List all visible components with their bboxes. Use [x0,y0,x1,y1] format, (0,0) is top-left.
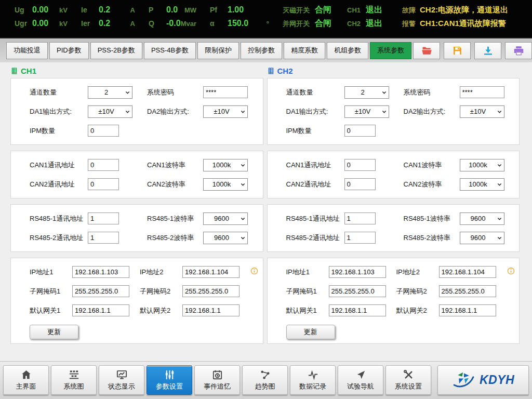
ip-address-1-input[interactable] [72,266,129,278]
can1-address-input[interactable] [344,159,376,171]
nav-test-navigation[interactable]: 试验导航 [338,365,383,395]
chevron-down-icon [240,181,246,187]
nav-system-diagram[interactable]: 系统图 [51,365,97,395]
rs485-2-baudrate-select[interactable]: 9600 [460,232,504,244]
brand-logo-button[interactable]: KDYH [437,365,529,395]
network-settings-group: IP地址1IP地址2子网掩码1子网掩码2默认网关1默认网关2更新 [10,258,263,344]
table-icon [10,67,18,75]
rs485-1-baudrate-select[interactable]: 9600 [460,212,504,225]
da1-output-mode-select[interactable]: ±10V [344,105,389,118]
nav-system-settings[interactable]: 系统设置 [385,365,431,395]
tab-accuracy-coeff[interactable]: 精度系数 [284,42,325,59]
rs485-2-address-label: RS485-2通讯地址 [286,233,344,243]
nav-data-record[interactable]: 数据记录 [290,365,336,395]
alert-value: CH1:CAN1通讯故障报警 [420,19,506,29]
tab-function-toggle[interactable]: 功能投退 [6,42,48,59]
export-button[interactable] [474,42,501,59]
can1-baudrate-select[interactable]: 1000k [460,159,504,171]
system-password-input[interactable] [460,86,504,98]
rs485-2-baudrate-select[interactable]: 9600 [203,232,248,244]
status-monitor-icon [116,369,128,381]
tab-limit-protection[interactable]: 限制保护 [197,42,239,59]
can1-address-input[interactable] [88,159,119,171]
nav-status-display[interactable]: 状态显示 [99,365,144,395]
ipm-count-input[interactable] [344,125,376,137]
can2-baudrate-select[interactable]: 1000k [203,178,248,191]
can2-address-input[interactable] [344,178,376,190]
download-icon [483,45,494,56]
can2-address-label: CAN2通讯地址 [286,180,344,189]
tab-system-params[interactable]: 系统参数 [370,42,411,59]
can1-baudrate-label: CAN1波特率 [147,161,203,170]
default-gateway-2-input[interactable] [182,304,240,316]
open-file-button[interactable] [413,42,440,59]
tab-bar: 功能投退PID参数PSS-2B参数PSS-4B参数限制保护控制参数精度系数机组参… [0,37,532,62]
subnet-mask-2-input[interactable] [182,285,240,297]
default-gateway-1-input[interactable] [72,304,129,316]
tab-pid-params[interactable]: PID参数 [49,42,89,59]
chevron-down-icon [125,89,130,95]
ip-address-1-input[interactable] [329,266,386,278]
rs485-1-address-input[interactable] [344,212,376,224]
tab-control-params[interactable]: 控制参数 [241,42,282,59]
form-row: RS485-1通讯地址RS485-1波特率9600 [30,209,259,228]
da2-output-mode-select[interactable]: ±10V [203,105,248,118]
form-row: CAN1通讯地址CAN1波特率1000k [286,155,515,175]
da1-output-mode-label: DA1输出方式: [30,107,88,116]
subnet-mask-1-input[interactable] [72,285,129,297]
nav-trend-chart[interactable]: 趋势图 [242,365,288,395]
chevron-down-icon [240,216,246,221]
metric-ugr: Ugr0.00kV [15,19,81,28]
rs485-2-address-input[interactable] [344,232,376,244]
save-button[interactable] [444,42,471,59]
ip-address-1-label: IP地址1 [30,268,72,277]
default-gateway-2-label: 默认网关2 [396,306,439,315]
can1-baudrate-select[interactable]: 1000k [203,159,248,171]
nav-event-recall[interactable]: 事件追忆 [194,365,240,395]
subnet-mask-2-input[interactable] [439,285,496,297]
channel-status-ch2: CH2退出 [347,18,402,29]
subnet-mask-2-label: 子网掩码2 [140,287,182,296]
channel-status-grid: CH1退出CH2退出 [347,3,402,30]
nav-main-screen[interactable]: 主界面 [3,365,49,395]
tab-pss2b-params[interactable]: PSS-2B参数 [90,42,142,59]
print-button[interactable] [505,42,532,59]
can2-baudrate-select[interactable]: 1000k [460,178,504,191]
channel-panel-ch1: CH1通道数量2系统密码DA1输出方式:±10VDA2输出方式:±10VIPM数… [10,65,263,350]
ipm-count-input[interactable] [88,125,119,137]
system-password-label: 系统密码 [147,88,203,97]
update-button[interactable]: 更新 [30,325,78,339]
da1-output-mode-select[interactable]: ±10V [88,105,132,118]
chevron-down-icon [381,89,387,95]
info-icon-button[interactable] [250,267,257,277]
channel-count-select[interactable]: 2 [88,86,132,99]
basic-settings-group: 通道数量2系统密码DA1输出方式:±10VDA2输出方式:±10VIPM数量 [267,78,520,145]
info-icon-button[interactable] [507,267,514,277]
default-gateway-2-label: 默认网关2 [140,306,182,315]
content: CH1通道数量2系统密码DA1输出方式:±10VDA2输出方式:±10VIPM数… [0,62,532,361]
trend-chart-icon [259,369,271,381]
rs485-1-baudrate-select[interactable]: 9600 [203,212,248,225]
metric-unit: A [130,6,149,14]
channel-count-select[interactable]: 2 [344,86,389,99]
subnet-mask-1-input[interactable] [329,285,386,297]
ip-address-2-input[interactable] [182,266,240,278]
rs485-1-address-input[interactable] [88,212,119,224]
nav-label: 参数设置 [156,382,183,391]
rs485-1-address-label: RS485-1通讯地址 [286,214,344,223]
default-gateway-2-input[interactable] [439,304,496,316]
tab-unit-params[interactable]: 机组参数 [327,42,368,59]
da2-output-mode-select[interactable]: ±10V [460,105,504,118]
ip-address-2-label: IP地址2 [396,268,439,277]
channel-title-text: CH2 [277,66,293,75]
system-password-input[interactable] [203,86,248,98]
rs485-2-address-input[interactable] [88,232,119,244]
ip-address-2-input[interactable] [439,266,496,278]
button-row: 更新 [30,325,259,339]
tab-pss4b-params[interactable]: PSS-4B参数 [144,42,196,59]
nav-parameter-settings[interactable]: 参数设置 [147,365,192,395]
update-button[interactable]: 更新 [286,325,335,339]
can2-address-input[interactable] [88,178,119,190]
default-gateway-1-input[interactable] [329,304,386,316]
printer-icon [513,45,524,56]
